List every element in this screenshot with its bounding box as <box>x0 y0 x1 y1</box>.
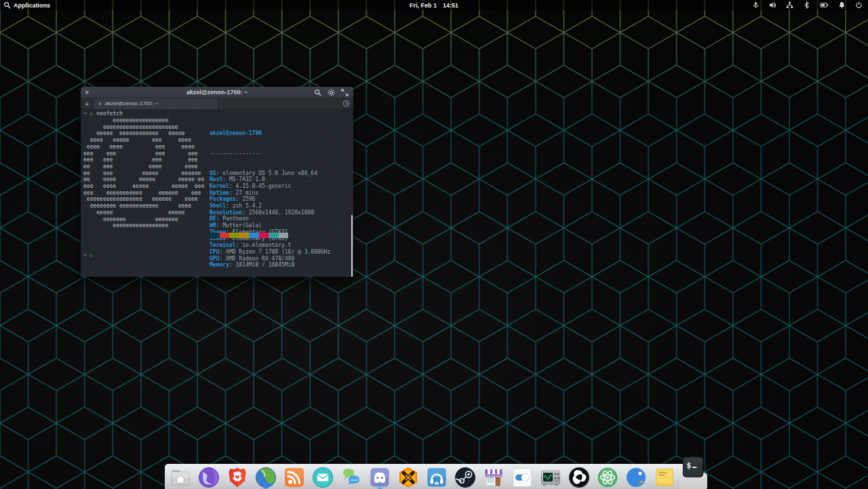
history-icon[interactable] <box>342 100 350 107</box>
file-manager-icon <box>169 466 192 489</box>
discord-icon <box>368 466 391 489</box>
volume-icon[interactable] <box>769 1 776 9</box>
terminal-tabbar: + × akzel@zenon-1700: ~ <box>81 98 353 109</box>
search-icon[interactable] <box>314 89 321 96</box>
dock-item-steam[interactable] <box>454 466 477 489</box>
neofetch-info-line: Kernel: 4.15.0-45-generic <box>210 183 330 190</box>
terminal-titlebar[interactable]: × akzel@zenon-1700: ~ <box>81 87 353 98</box>
neofetch-info-line: Uptime: 27 mins <box>210 190 330 197</box>
terminal-tab[interactable]: × akzel@zenon-1700: ~ <box>93 98 218 109</box>
dock-item-messages[interactable] <box>340 466 363 489</box>
new-tab-button[interactable]: + <box>81 99 93 109</box>
dock-item-brave-browser[interactable] <box>226 466 249 489</box>
power-icon[interactable] <box>855 1 863 9</box>
panel-date: Fri, Feb 1 <box>410 2 437 9</box>
sticky-note-icon <box>653 466 676 489</box>
terminal-color-swatch <box>249 233 259 238</box>
fullscreen-icon[interactable] <box>341 89 349 96</box>
neofetch-info-line: Resolution: 2560x1440, 1920x1080 <box>210 210 330 216</box>
dock-item-web-browser-purple[interactable] <box>197 466 220 489</box>
tab-title: akzel@zenon-1700: ~ <box>105 100 158 106</box>
terminal-color-swatch <box>229 233 239 238</box>
command-line: ~ ▷ neofetch <box>83 111 123 117</box>
neofetch-separator: ---------------- <box>210 151 330 157</box>
svg-text:$: $ <box>686 461 691 470</box>
obs-studio-icon <box>568 466 591 489</box>
terminal-scrollbar[interactable] <box>351 215 353 277</box>
dock-item-mail[interactable] <box>311 466 334 489</box>
window-close-button[interactable]: × <box>85 87 89 98</box>
dock-item-app-store[interactable] <box>482 466 505 489</box>
neofetch-info-line: GPU: AMD Radeon RX 470/480 <box>210 256 330 262</box>
dock-item-terminal[interactable]: $ <box>682 466 705 489</box>
window-title: akzel@zenon-1700: ~ <box>81 89 353 96</box>
terminal-color-swatch <box>269 233 279 238</box>
prompt-arrow: ▷ <box>90 111 94 117</box>
command-text: neofetch <box>96 111 123 117</box>
neofetch-info: akzel@zenon-1700 ---------------- OS: el… <box>210 117 330 277</box>
datetime-indicator[interactable]: Fri, Feb 1 14:51 <box>0 2 868 9</box>
steam-icon <box>454 466 477 489</box>
top-panel: Applications Fri, Feb 1 14:51 <box>0 0 868 10</box>
terminal-color-swatch <box>220 233 230 238</box>
gear-icon[interactable] <box>328 89 335 96</box>
dock-item-system-settings[interactable] <box>511 466 534 489</box>
blue-planet-icon <box>625 466 648 489</box>
rss-icon <box>283 466 306 489</box>
neofetch-color-blocks <box>210 233 288 238</box>
neofetch-info-line: Memory: 1814MiB / 16045MiB <box>210 262 330 269</box>
desktop: Applications Fri, Feb 1 14:51 <box>0 0 868 489</box>
battery-icon[interactable] <box>820 1 829 9</box>
notifications-bell-icon[interactable] <box>838 1 846 9</box>
bluetooth-icon[interactable] <box>803 1 810 9</box>
neofetch-info-line: Shell: zsh 5.4.2 <box>210 203 330 210</box>
terminal-color-swatch <box>210 233 220 238</box>
dock-item-sticky-notes[interactable] <box>653 466 676 489</box>
terminal-color-swatch <box>239 233 250 238</box>
terminal-content[interactable]: ~ ▷ neofetch eeeeeeeeeeeeeeeee eeeeeeeee… <box>81 109 353 277</box>
dock-item-oscilloscope[interactable] <box>539 466 562 489</box>
storefront-icon <box>482 466 505 489</box>
terminal-window: × akzel@zenon-1700: ~ <box>81 87 353 277</box>
dock-item-blue-planet[interactable] <box>625 466 648 489</box>
dock-item-music-headphones[interactable] <box>425 466 448 489</box>
dock-item-discord[interactable] <box>368 466 391 489</box>
dock-item-atom-editor[interactable] <box>596 466 619 489</box>
system-tray <box>752 1 863 9</box>
dock-item-hexagon-x-game[interactable] <box>397 466 420 489</box>
oscilloscope-icon <box>539 466 562 489</box>
terminal-color-swatch <box>279 233 289 238</box>
shell-prompt: ~ ▷ <box>83 252 93 259</box>
microphone-icon[interactable] <box>752 1 760 9</box>
dock-item-rss-reader[interactable] <box>283 466 306 489</box>
neofetch-header: akzel@zenon-1700 <box>210 130 330 137</box>
purple-globe-browser-icon <box>197 466 220 489</box>
brave-lion-icon <box>226 466 249 489</box>
neofetch-info-lines: OS: elementary OS 5.0 Juno x86_64Host: M… <box>210 170 330 269</box>
titlebar-actions <box>314 87 349 98</box>
mail-envelope-icon <box>311 466 334 489</box>
neofetch-info-line: OS: elementary OS 5.0 Juno x86_64 <box>210 170 330 177</box>
dock-item-obs-studio[interactable] <box>568 466 591 489</box>
headphones-icon <box>425 466 448 489</box>
neofetch-info-line: Terminal: io.elementary.t <box>210 242 330 249</box>
prompt-arrow: ▷ <box>90 252 94 258</box>
panel-time: 14:51 <box>443 2 458 9</box>
neofetch-info-line: Host: MS-7A32 1.0 <box>210 176 330 183</box>
dock-item-file-manager[interactable] <box>169 466 192 489</box>
chat-bubbles-icon <box>340 466 363 489</box>
tab-close-button[interactable]: × <box>98 100 101 107</box>
globe-browser-icon <box>254 466 277 489</box>
settings-toggle-icon <box>511 466 534 489</box>
dock-item-web-browser-globe[interactable] <box>254 466 277 489</box>
prompt-tilde: ~ <box>83 252 87 258</box>
neofetch-info-line: Packages: 2596 <box>210 196 330 203</box>
neofetch-ascii-logo: eeeeeeeeeeeeeeeee eeeeeeeeeeeeeeeeeeeeee… <box>83 117 204 229</box>
terminal-app-icon: $ <box>681 454 706 480</box>
dock: $ <box>165 464 703 489</box>
neofetch-info-line: DE: Pantheon <box>210 216 330 222</box>
prompt-tilde: ~ <box>83 111 87 117</box>
neofetch-info-line: WM: Mutter(Gala) <box>210 222 330 229</box>
neofetch-info-line: CPU: AMD Ryzen 7 1700 (16) @ 3.000GHz <box>210 249 330 256</box>
network-icon[interactable] <box>786 1 793 9</box>
